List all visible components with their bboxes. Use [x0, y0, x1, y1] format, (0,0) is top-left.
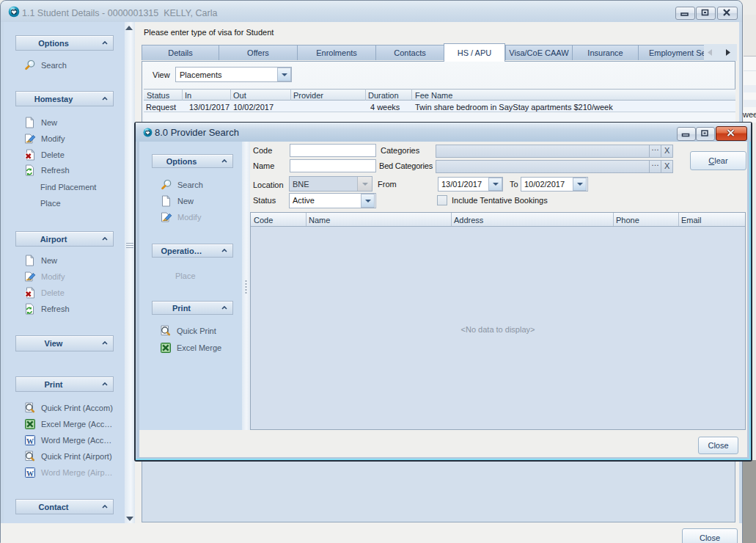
- svg-text:W: W: [26, 437, 34, 445]
- svg-text:W: W: [26, 470, 34, 478]
